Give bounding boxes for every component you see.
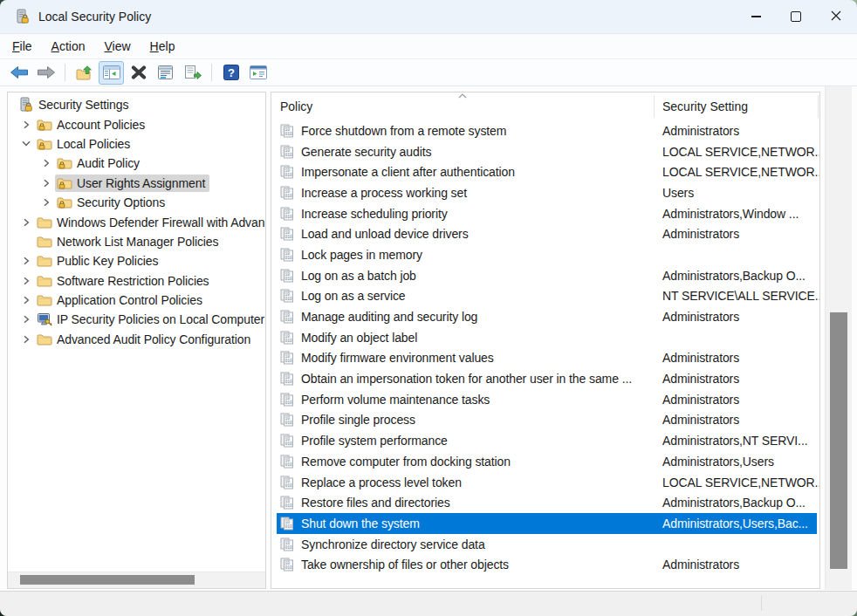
policy-doc-icon: 10010 bbox=[277, 227, 301, 241]
policy-row-increase-scheduling-priority[interactable]: 10010Increase scheduling priorityAdminis… bbox=[277, 203, 817, 224]
security-root-icon bbox=[18, 97, 35, 113]
export-list-button[interactable] bbox=[180, 61, 205, 85]
tree-item-public-key-policies[interactable]: Public Key Policies bbox=[8, 251, 265, 270]
policy-doc-icon: 10010 bbox=[277, 207, 301, 221]
tree-item-account-policies[interactable]: Account Policies bbox=[8, 114, 265, 133]
delete-button[interactable] bbox=[126, 61, 151, 85]
menu-file[interactable]: File bbox=[3, 36, 42, 57]
policy-row-log-on-as-a-batch-job[interactable]: 10010Log on as a batch jobAdministrators… bbox=[277, 265, 817, 286]
tree-item-network-list-manager-policies[interactable]: Network List Manager Policies bbox=[8, 232, 265, 251]
minimize-button[interactable] bbox=[736, 0, 776, 33]
tree-item-local-policies[interactable]: Local Policies bbox=[8, 134, 265, 154]
tree-horizontal-scrollbar[interactable] bbox=[8, 572, 265, 588]
policy-name: Log on as a batch job bbox=[301, 269, 416, 283]
policy-name: Perform volume maintenance tasks bbox=[301, 393, 490, 407]
chevron-right-icon[interactable] bbox=[17, 334, 35, 345]
svg-text:010: 010 bbox=[285, 173, 292, 177]
policy-name: Profile system performance bbox=[301, 434, 448, 448]
vertical-scrollbar[interactable] bbox=[825, 86, 852, 590]
back-button[interactable] bbox=[6, 61, 31, 85]
policy-row-synchronize-directory-service-data[interactable]: 10010Synchronize directory service data bbox=[277, 534, 817, 555]
tree-item-software-restriction-policies[interactable]: Software Restriction Policies bbox=[8, 271, 265, 291]
maximize-button[interactable] bbox=[776, 0, 816, 33]
properties-button[interactable] bbox=[153, 61, 178, 85]
policy-name: Log on as a service bbox=[301, 289, 406, 303]
chevron-right-icon[interactable] bbox=[38, 158, 55, 168]
chevron-right-icon[interactable] bbox=[17, 314, 35, 325]
arrow-right-icon bbox=[37, 65, 56, 79]
policy-row-generate-security-audits[interactable]: 10010Generate security auditsLOCAL SERVI… bbox=[277, 141, 817, 162]
policy-row-lock-pages-in-memory[interactable]: 10010Lock pages in memory bbox=[277, 244, 817, 265]
title-bar[interactable]: Local Security Policy bbox=[0, 0, 857, 34]
tree-item-ip-security-policies-on-local-computer[interactable]: IP Security Policies on Local Computer bbox=[8, 310, 265, 329]
svg-text:010: 010 bbox=[285, 297, 292, 301]
policy-row-profile-single-process[interactable]: 10010Profile single processAdministrator… bbox=[277, 410, 817, 431]
policy-name: Synchronize directory service data bbox=[301, 537, 485, 551]
forward-button[interactable] bbox=[33, 61, 58, 85]
tree-item-label: Application Control Policies bbox=[57, 293, 202, 307]
svg-text:010: 010 bbox=[285, 132, 292, 136]
up-one-level-button[interactable] bbox=[72, 61, 97, 85]
svg-text:010: 010 bbox=[285, 483, 292, 488]
tree-item-application-control-policies[interactable]: Application Control Policies bbox=[8, 291, 265, 310]
policy-security-setting: Administrators bbox=[662, 227, 739, 241]
chevron-right-icon[interactable] bbox=[38, 197, 55, 208]
policy-row-remove-computer-from-docking-station[interactable]: 10010Remove computer from docking statio… bbox=[277, 451, 817, 472]
toolbar: ? bbox=[0, 59, 857, 86]
chevron-right-icon[interactable] bbox=[17, 120, 35, 130]
tree-horizontal-scrollbar-thumb[interactable] bbox=[20, 575, 195, 585]
show-hide-console-tree-button[interactable] bbox=[99, 61, 124, 85]
help-button[interactable]: ? bbox=[218, 61, 243, 85]
chevron-right-icon[interactable] bbox=[38, 178, 55, 188]
chevron-down-icon[interactable] bbox=[17, 140, 35, 147]
chevron-right-icon[interactable] bbox=[17, 256, 35, 266]
maximize-icon bbox=[791, 11, 801, 22]
menu-help[interactable]: Help bbox=[141, 36, 185, 57]
policy-row-increase-a-process-working-set[interactable]: 10010Increase a process working setUsers bbox=[277, 182, 817, 203]
policy-row-manage-auditing-and-security-log[interactable]: 10010Manage auditing and security logAdm… bbox=[277, 306, 817, 327]
tree-item-windows-defender-firewall-with-advan[interactable]: Windows Defender Firewall with Advan bbox=[8, 212, 265, 231]
tree-item-advanced-audit-policy-configuration[interactable]: Advanced Audit Policy Configuration bbox=[8, 330, 265, 349]
new-window-icon bbox=[250, 65, 267, 79]
tree-item-label: User Rights Assignment bbox=[77, 176, 205, 190]
chevron-right-icon[interactable] bbox=[17, 276, 35, 286]
menu-action[interactable]: Action bbox=[42, 36, 95, 57]
column-divider[interactable] bbox=[818, 95, 819, 118]
policy-row-perform-volume-maintenance-tasks[interactable]: 10010Perform volume maintenance tasksAdm… bbox=[277, 389, 817, 410]
tree-item-user-rights-assignment[interactable]: User Rights Assignment bbox=[8, 174, 265, 193]
new-window-button[interactable] bbox=[245, 61, 271, 85]
policy-row-profile-system-performance[interactable]: 10010Profile system performanceAdministr… bbox=[277, 430, 817, 451]
column-header-security-setting[interactable]: Security Setting bbox=[662, 99, 748, 113]
policy-doc-icon: 10010 bbox=[277, 393, 301, 407]
tree-item-audit-policy[interactable]: Audit Policy bbox=[8, 154, 265, 173]
tree-item-security-settings[interactable]: Security Settings bbox=[8, 95, 265, 114]
policy-row-take-ownership-of-files-or-other-objects[interactable]: 10010Take ownership of files or other ob… bbox=[277, 554, 817, 575]
policy-row-load-and-unload-device-drivers[interactable]: 10010Load and unload device driversAdmin… bbox=[277, 223, 817, 244]
menu-view[interactable]: View bbox=[95, 36, 141, 57]
policy-doc-icon: 10010 bbox=[277, 413, 301, 427]
policy-row-shut-down-the-system[interactable]: 10010Shut down the systemAdministrators,… bbox=[277, 513, 817, 534]
column-header-policy[interactable]: Policy bbox=[280, 99, 312, 113]
chevron-right-icon[interactable] bbox=[17, 217, 35, 228]
tree-item-security-options[interactable]: Security Options bbox=[8, 193, 265, 212]
policy-doc-icon: 10010 bbox=[277, 476, 301, 489]
svg-text:010: 010 bbox=[285, 277, 292, 281]
policy-row-modify-an-object-label[interactable]: 10010Modify an object label bbox=[277, 327, 817, 348]
policy-name: Increase a process working set bbox=[301, 186, 467, 200]
folder-lock-icon bbox=[57, 177, 73, 189]
policy-row-force-shutdown-from-a-remote-system[interactable]: 10010Force shutdown from a remote system… bbox=[277, 120, 817, 141]
close-button[interactable] bbox=[816, 0, 856, 33]
chevron-right-icon[interactable] bbox=[17, 295, 35, 305]
policy-name: Replace a process level token bbox=[301, 476, 462, 489]
policy-row-restore-files-and-directories[interactable]: 10010Restore files and directoriesAdmini… bbox=[277, 492, 817, 513]
policy-row-replace-a-process-level-token[interactable]: 10010Replace a process level tokenLOCAL … bbox=[277, 472, 817, 493]
status-bar-separator bbox=[761, 596, 762, 611]
column-divider[interactable] bbox=[654, 95, 655, 118]
svg-text:010: 010 bbox=[285, 380, 292, 384]
policy-name: Shut down the system bbox=[301, 517, 420, 530]
policy-row-obtain-an-impersonation-token-for-another-user-in-the-same[interactable]: 10010Obtain an impersonation token for a… bbox=[277, 368, 817, 389]
vertical-scrollbar-thumb[interactable] bbox=[830, 312, 847, 569]
policy-row-impersonate-a-client-after-authentication[interactable]: 10010Impersonate a client after authenti… bbox=[277, 161, 817, 182]
policy-row-log-on-as-a-service[interactable]: 10010Log on as a serviceNT SERVICE\ALL S… bbox=[277, 286, 817, 307]
policy-row-modify-firmware-environment-values[interactable]: 10010Modify firmware environment valuesA… bbox=[277, 348, 817, 369]
